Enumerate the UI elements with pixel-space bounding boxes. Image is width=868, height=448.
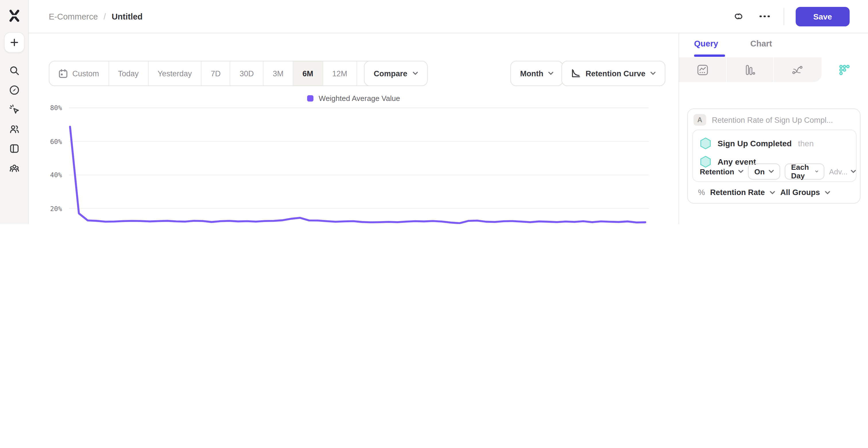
then-label: then <box>798 139 814 148</box>
range-label: Custom <box>72 69 99 78</box>
query-panel: Query Chart <box>679 33 868 224</box>
cursor-click-icon <box>9 104 19 115</box>
range-label: 12M <box>332 69 347 78</box>
sidebar-item-events[interactable] <box>4 100 24 119</box>
create-button[interactable] <box>4 32 24 53</box>
granularity-label: Month <box>520 69 544 78</box>
copy-link-button[interactable] <box>731 9 746 24</box>
compare-button[interactable]: Compare <box>364 61 427 86</box>
group-icon <box>9 163 19 173</box>
range-12m[interactable]: 12M <box>323 61 357 85</box>
save-button[interactable]: Save <box>796 7 849 26</box>
compare-label: Compare <box>374 69 407 78</box>
y-tick-label: 40% <box>30 171 62 179</box>
users-icon <box>9 124 19 134</box>
link-icon <box>733 11 744 22</box>
query-card: A Retention Rate of Sign Up Compl... Sig… <box>687 108 861 204</box>
chart-type-label: Retention Curve <box>586 69 646 78</box>
range-custom[interactable]: Custom <box>50 61 109 85</box>
sidebar-item-users[interactable] <box>4 119 24 139</box>
left-sidebar <box>0 0 29 224</box>
metric-label: Retention <box>700 167 734 176</box>
top-bar: E-Commerce / Untitled Save <box>29 0 868 33</box>
chart-type-dropdown[interactable]: Retention Curve <box>561 61 665 86</box>
range-label: Today <box>118 69 138 78</box>
chevron-down-icon <box>549 72 554 75</box>
breadcrumb: E-Commerce / Untitled <box>49 12 143 21</box>
report-tab-funnels[interactable] <box>726 57 774 82</box>
advanced-dropdown[interactable]: Adv... <box>829 167 856 176</box>
compass-icon <box>9 85 19 95</box>
breadcrumb-current[interactable]: Untitled <box>112 12 143 21</box>
percent-prefix: % <box>698 188 705 197</box>
range-today[interactable]: Today <box>109 61 148 85</box>
insights-icon <box>697 64 708 75</box>
y-tick-label: 20% <box>30 205 62 212</box>
chevron-down-icon <box>738 170 743 173</box>
retention-line-chart[interactable] <box>69 104 649 224</box>
tab-query[interactable]: Query <box>694 39 718 48</box>
event-hexagon-icon <box>700 137 711 150</box>
range-yesterday[interactable]: Yesterday <box>148 61 202 85</box>
chevron-down-icon <box>825 191 830 194</box>
groups-dropdown[interactable]: All Groups <box>780 188 820 197</box>
legend-label[interactable]: Weighted Average Value <box>319 94 400 103</box>
notebook-icon <box>9 143 19 154</box>
plus-icon <box>9 38 19 47</box>
report-tab-flows[interactable] <box>774 57 821 82</box>
range-label: Yesterday <box>158 69 192 78</box>
range-label: 6M <box>303 69 313 78</box>
breadcrumb-parent[interactable]: E-Commerce <box>49 12 98 21</box>
on-dropdown[interactable]: On <box>748 164 780 179</box>
y-tick-label: 60% <box>30 137 62 145</box>
event-block: Sign Up Completed then Any event Retenti… <box>692 130 857 182</box>
series-badge: A <box>693 114 706 126</box>
more-options-button[interactable] <box>757 9 772 24</box>
breadcrumb-separator: / <box>104 12 106 21</box>
chevron-down-icon <box>851 170 856 173</box>
date-range-group: CustomTodayYesterday7D30D3M6M12MXTD <box>49 61 401 86</box>
chevron-down-icon <box>815 170 818 173</box>
calendar-icon <box>59 69 68 78</box>
chevron-down-icon <box>651 72 656 75</box>
range-label: 3M <box>273 69 284 78</box>
range-label: 30D <box>240 69 254 78</box>
granularity-each-day-dropdown[interactable]: Each Day <box>785 164 825 179</box>
measure-dropdown[interactable]: Retention Rate <box>710 188 765 197</box>
tab-chart[interactable]: Chart <box>750 39 772 48</box>
funnels-icon <box>744 64 756 75</box>
sidebar-item-boards[interactable] <box>4 139 24 158</box>
search-icon <box>9 65 19 76</box>
sidebar-item-cohorts[interactable] <box>4 158 24 178</box>
report-tab-insights[interactable] <box>679 57 726 82</box>
sidebar-item-explore[interactable] <box>4 80 24 100</box>
report-toolbar: CustomTodayYesterday7D30D3M6M12MXTD Comp… <box>29 61 679 86</box>
query-title[interactable]: Retention Rate of Sign Up Compl... <box>712 115 833 124</box>
each-day-label: Each Day <box>791 163 811 180</box>
flows-icon <box>792 64 803 75</box>
chevron-down-icon <box>412 72 417 75</box>
y-tick-label: 80% <box>30 104 62 112</box>
range-label: 7D <box>211 69 221 78</box>
sidebar-item-search[interactable] <box>4 61 24 80</box>
metric-dropdown[interactable]: Retention <box>700 167 743 176</box>
divider <box>784 8 784 25</box>
report-type-tabs <box>679 57 868 82</box>
range-6m[interactable]: 6M <box>293 61 323 85</box>
granularity-dropdown[interactable]: Month <box>510 61 563 86</box>
retention-curve-icon <box>571 69 580 78</box>
chevron-down-icon <box>769 170 774 173</box>
range-30d[interactable]: 30D <box>230 61 264 85</box>
app-window: E-Commerce / Untitled Save CustomTodayYe… <box>0 0 868 224</box>
range-7d[interactable]: 7D <box>202 61 230 85</box>
advanced-label: Adv... <box>829 167 848 176</box>
legend-swatch <box>307 95 313 102</box>
chevron-down-icon <box>770 191 775 194</box>
report-tab-retention[interactable] <box>821 57 868 82</box>
mixpanel-logo-icon[interactable] <box>8 9 20 22</box>
on-label: On <box>754 167 765 176</box>
range-3m[interactable]: 3M <box>264 61 293 85</box>
report-area: CustomTodayYesterday7D30D3M6M12MXTD Comp… <box>29 33 679 224</box>
retention-icon <box>839 64 850 75</box>
first-event-label[interactable]: Sign Up Completed <box>718 139 792 148</box>
